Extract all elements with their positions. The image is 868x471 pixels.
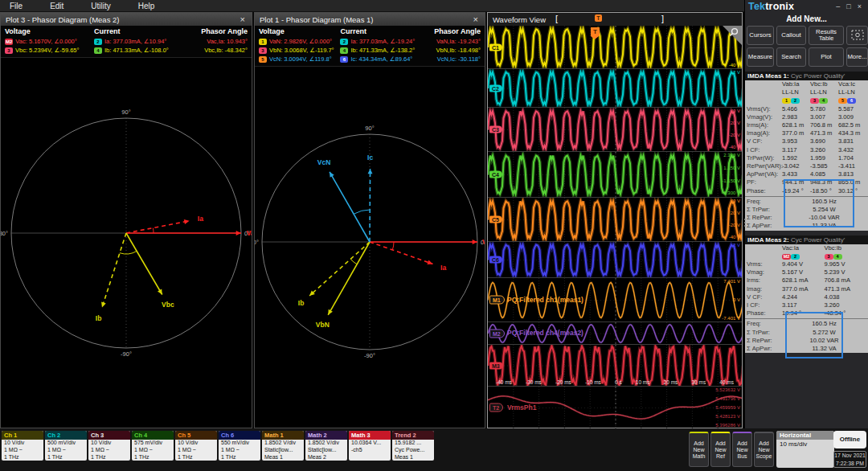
add-new-scope-button[interactable]: AddNewScope (754, 432, 774, 467)
svg-text:90°: 90° (365, 125, 374, 132)
measure-button[interactable]: Measure (747, 47, 774, 67)
plot1-title-bar[interactable]: Plot 1 - Phasor Diagram (Meas 1) × (255, 13, 485, 26)
cell: 3.432 (838, 146, 866, 154)
draw-a-box-icon[interactable] (846, 26, 868, 45)
close-icon[interactable]: × (239, 14, 247, 24)
svg-text:±180°: ±180° (255, 239, 259, 246)
channel-badge-trend2[interactable]: Trend 215.9182 ...Cyc Powe...Meas 1 (392, 431, 434, 461)
waveform-badge-m3[interactable]: M3 (489, 362, 503, 369)
waveform-row-m3[interactable]: M3-40 ms-30 ms-20 ms-10 ms0 s10 ms20 ms3… (488, 345, 742, 387)
waveform-badge-c3[interactable]: C3 (489, 126, 502, 133)
waveform-row-m2[interactable]: M2PQ:Filtered ch4(meas2) (488, 322, 742, 345)
waveform-view-title-bar[interactable]: Waveform View [ ] T (488, 13, 742, 26)
cell: 5.780 (810, 105, 838, 113)
meas-table-row: Irms:628.1 mA706.8 mA (745, 276, 868, 285)
plot3-phasor-canvas[interactable]: 90°-90°±180°0°VacIaVbcIb (1, 58, 252, 427)
waveform-badge-m2[interactable]: M2 (489, 329, 505, 338)
add-new-ref-button[interactable]: AddNewRef (710, 432, 731, 467)
channel-badge-ch5[interactable]: Ch 510 V/div1 MΩ ~1 THz (175, 431, 217, 461)
waveform-rows[interactable]: T C1-20 V-40 VC22 VC340 V20 V-20 V-40 VC… (488, 26, 742, 428)
plot-button[interactable]: Plot (809, 47, 844, 67)
waveform-row-t2[interactable]: T2VrmsPh15.523632 V5.491796 V5.459959 V5… (488, 387, 742, 429)
waveform-badge-t2[interactable]: T2 (489, 403, 503, 412)
waveform-row-c1[interactable]: C1-20 V-40 V (488, 26, 742, 69)
waveform-row-c2[interactable]: C22 V (488, 69, 742, 108)
horizontal-scale: 10 ms/div (776, 440, 834, 448)
menu-edit[interactable]: Edit (40, 2, 81, 10)
scale-labels: 2 V (733, 70, 740, 106)
source-badges: 34 (810, 98, 828, 104)
channel-badge-line: Meas 2 (305, 454, 347, 461)
waveform-row-c6[interactable]: C62 V (488, 242, 742, 278)
restore-icon[interactable]: □ (843, 2, 854, 10)
waveform-row-c5[interactable]: C540 V20 V-20 V-40 V (488, 198, 742, 242)
summary-label: Σ RePwr: (747, 337, 782, 345)
cell: 3.117 (782, 301, 825, 309)
menu-utility[interactable]: Utility (81, 2, 128, 10)
readout-text: Vac: 5.1670V, ∠0.000° (15, 38, 76, 45)
channel-badge-math2[interactable]: Math 21.8502 V/divStatic[low...Meas 2 (305, 431, 347, 461)
offline-button[interactable]: Offline (833, 431, 866, 448)
scale-labels: 5.523632 V5.491796 V5.459959 V5.428123 V… (715, 387, 740, 428)
waveform-badge-c1[interactable]: C1 (489, 43, 502, 51)
cell: 34 (825, 252, 867, 260)
results-table-button[interactable]: Results Table (809, 26, 844, 45)
close-icon[interactable]: × (854, 2, 865, 10)
waveform-row-m1[interactable]: M1PQ:Filtered ch1(meas1)7.401 V0 V-7.401… (488, 278, 742, 322)
summary-row: Σ RePwr:10.02 VAR (745, 337, 868, 345)
waveform-badge-c6[interactable]: C6 (489, 256, 502, 264)
scale-label: 40 V (731, 199, 740, 204)
button-line: Add (755, 440, 773, 447)
channel-chip: 5 (259, 56, 267, 63)
waveform-badge-c4[interactable]: C4 (489, 171, 502, 178)
cell: 5.587 (838, 105, 866, 113)
scale-label: 5.491796 V (715, 396, 740, 402)
phasor-readout: VbN,Ib: -18.498° (422, 46, 481, 55)
channel-badge-ch6[interactable]: Ch 6550 mV/div1 MΩ ~1 THz (219, 431, 260, 461)
imda-meas2-table[interactable]: IMDA Meas 2: Cyc Power Quality'Vac:IaVbc… (745, 236, 868, 354)
trigger-position-flag[interactable]: T (591, 27, 600, 36)
plot1-phasor-canvas[interactable]: 90°-90°±180°0°VaNIaVbNIbVcNIc (255, 67, 485, 436)
horizontal-card[interactable]: Horizontal 10 ms/div (776, 431, 834, 468)
more--button[interactable]: More... (846, 47, 868, 67)
search-button[interactable]: Search (776, 47, 806, 67)
channel-badge-ch3[interactable]: Ch 310 V/div1 MΩ ~1 THz (88, 431, 130, 461)
waveform-row-c3[interactable]: C340 V20 V-20 V-40 V (488, 108, 742, 152)
channel-badge-math3[interactable]: Math 310.0364 V...-ch5 (349, 431, 391, 461)
cell: Vbc:Ib (825, 244, 867, 252)
plot3-title-bar[interactable]: Plot 3 - Phasor Diagram (Meas 2) × (1, 13, 252, 26)
close-icon[interactable]: × (472, 14, 480, 24)
row-label: Vrms: (747, 260, 782, 268)
magnifier-icon[interactable] (723, 26, 742, 45)
channel-badge-ch1[interactable]: Ch 110 V/div1 MΩ ~1 THz (2, 431, 43, 461)
menu-file[interactable]: File (0, 2, 40, 10)
add-new-math-button[interactable]: AddNewMath (689, 432, 709, 467)
channel-badge-line: 1 MΩ ~ (88, 447, 130, 454)
meas-table-row: LL-LNLL-LNLL-LN (745, 88, 868, 96)
meas-table-row: Phase:-19.24 °-18.50 °30.12 ° (745, 187, 868, 195)
row-label: ApPwr(VA): (747, 170, 782, 178)
panel-drag-handle[interactable] (744, 219, 746, 227)
cursors-button[interactable]: Cursors (747, 26, 774, 45)
minimize-icon[interactable]: – (833, 2, 843, 10)
summary-value: 11.32 VA (782, 345, 866, 353)
cell: 1.592 (782, 154, 810, 162)
waveform-badge-c2[interactable]: C2 (489, 84, 502, 92)
phasor-readout: VcN,Ic: -30.118° (422, 55, 481, 63)
waveform-row-c4[interactable]: C42.300 V1.150 V-1.150 V-2.300 V (488, 152, 742, 198)
callout-button[interactable]: Callout (776, 26, 806, 45)
add-new-bus-button[interactable]: AddNewBus (732, 432, 752, 467)
imda-meas1-table[interactable]: IMDA Meas 1: Cyc Power Quality'Vab:IaVbc… (745, 72, 868, 231)
waveform-badge-c5[interactable]: C5 (489, 216, 502, 223)
phasor-readout: 3Vbc: 5.2394V, ∠-59.65° (5, 46, 94, 55)
menu-help[interactable]: Help (129, 2, 173, 10)
zoom-bracket-right[interactable]: ] (661, 14, 664, 23)
trigger-source-icon[interactable]: T (595, 14, 602, 22)
channel-badge-ch4[interactable]: Ch 4575 mV/div1 MΩ ~1 THz (132, 431, 174, 461)
scale-label: -40 V (729, 235, 740, 240)
zoom-bracket-left[interactable]: [ (555, 14, 558, 23)
readout-col-current: Current2Ia: 377.03mA, ∠10.94°4Ib: 471.33… (94, 27, 183, 55)
channel-badge-ch2[interactable]: Ch 2500 mV/div1 MΩ ~1 THz (45, 431, 87, 461)
channel-badge-math1[interactable]: Math 11.8502 V/divStatic[low...Meas 1 (262, 431, 304, 461)
waveform-badge-m1[interactable]: M1 (489, 296, 505, 305)
